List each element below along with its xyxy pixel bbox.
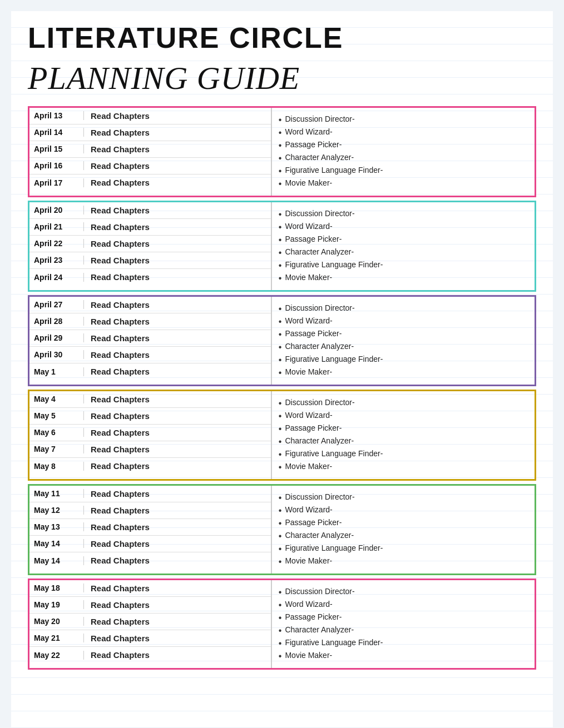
date-row: April 14Read Chapters — [29, 124, 271, 141]
date-row: May 14Read Chapters — [29, 552, 271, 569]
group-inner-6: May 18Read ChaptersMay 19Read ChaptersMa… — [29, 580, 535, 668]
date-row: May 6Read Chapters — [29, 425, 271, 441]
role-item: •Character Analyzer- — [279, 152, 528, 164]
role-label: Discussion Director- — [285, 114, 354, 123]
right-col-5: •Discussion Director-•Word Wizard-•Passa… — [272, 486, 535, 574]
role-item: •Passage Picker- — [279, 422, 528, 435]
role-item: •Figurative Language Finder- — [279, 637, 528, 650]
role-label: Passage Picker- — [285, 612, 342, 621]
role-item: •Movie Maker- — [279, 650, 528, 662]
group-inner-2: April 20Read ChaptersApril 21Read Chapte… — [29, 202, 535, 290]
role-label: Discussion Director- — [285, 209, 354, 218]
bullet-icon: • — [279, 166, 282, 176]
role-label: Word Wizard- — [285, 505, 332, 514]
bullet-icon: • — [279, 128, 282, 138]
date-row: April 22Read Chapters — [29, 236, 271, 252]
left-col-1: April 13Read ChaptersApril 14Read Chapte… — [29, 108, 272, 196]
role-item: •Passage Picker- — [279, 328, 528, 341]
role-item: •Word Wizard- — [279, 504, 528, 517]
task-cell: Read Chapters — [84, 178, 150, 187]
date-row: April 29Read Chapters — [29, 330, 271, 347]
bullet-icon: • — [279, 153, 282, 163]
role-item: •Figurative Language Finder- — [279, 448, 528, 461]
date-row: May 5Read Chapters — [29, 408, 271, 425]
role-label: Movie Maker- — [285, 178, 332, 187]
role-item: •Character Analyzer- — [279, 246, 528, 259]
bullet-icon: • — [279, 235, 282, 245]
bullet-icon: • — [279, 398, 282, 408]
bullet-icon: • — [279, 518, 282, 528]
role-label: Movie Maker- — [285, 273, 332, 282]
title-script: Planning Guide — [28, 61, 300, 96]
bullet-icon: • — [279, 368, 282, 378]
role-label: Figurative Language Finder- — [285, 260, 383, 269]
date-row: April 17Read Chapters — [29, 174, 271, 191]
role-label: Figurative Language Finder- — [285, 449, 383, 458]
role-item: •Figurative Language Finder- — [279, 164, 528, 177]
task-cell: Read Chapters — [84, 445, 150, 454]
date-row: April 23Read Chapters — [29, 252, 271, 269]
date-cell: May 7 — [34, 445, 84, 453]
role-label: Discussion Director- — [285, 492, 354, 501]
task-cell: Read Chapters — [84, 333, 150, 343]
role-item: •Figurative Language Finder- — [279, 542, 528, 555]
date-cell: May 20 — [34, 617, 84, 626]
role-label: Passage Picker- — [285, 329, 342, 338]
date-cell: May 11 — [34, 489, 84, 498]
bullet-icon: • — [279, 613, 282, 623]
role-item: •Word Wizard- — [279, 599, 528, 611]
bullet-icon: • — [279, 651, 282, 661]
role-item: •Discussion Director- — [279, 113, 528, 126]
date-cell: April 22 — [34, 239, 84, 248]
bullet-icon: • — [279, 222, 282, 232]
role-label: Character Analyzer- — [285, 153, 354, 162]
task-cell: Read Chapters — [84, 461, 150, 471]
role-label: Figurative Language Finder- — [285, 543, 383, 552]
task-cell: Read Chapters — [84, 256, 150, 265]
bullet-icon: • — [279, 639, 282, 649]
date-row: April 13Read Chapters — [29, 108, 271, 124]
roles-list: •Discussion Director-•Word Wizard-•Passa… — [279, 489, 528, 570]
task-cell: Read Chapters — [84, 206, 150, 215]
task-cell: Read Chapters — [84, 395, 150, 404]
date-row: May 4Read Chapters — [29, 391, 271, 408]
role-label: Character Analyzer- — [285, 342, 354, 351]
role-item: •Discussion Director- — [279, 491, 528, 504]
bullet-icon: • — [279, 179, 282, 189]
bullet-icon: • — [279, 317, 282, 327]
role-label: Passage Picker- — [285, 423, 342, 432]
role-label: Discussion Director- — [285, 398, 354, 407]
date-row: May 14Read Chapters — [29, 536, 271, 552]
date-row: April 21Read Chapters — [29, 219, 271, 236]
date-row: May 22Read Chapters — [29, 647, 271, 664]
bullet-icon: • — [279, 261, 282, 271]
role-label: Character Analyzer- — [285, 247, 354, 256]
role-item: •Word Wizard- — [279, 410, 528, 422]
role-item: •Character Analyzer- — [279, 435, 528, 448]
date-cell: May 4 — [34, 395, 84, 403]
bullet-icon: • — [279, 411, 282, 421]
role-item: •Passage Picker- — [279, 517, 528, 530]
task-cell: Read Chapters — [84, 522, 150, 532]
role-item: •Figurative Language Finder- — [279, 353, 528, 366]
role-label: Word Wizard- — [285, 127, 332, 136]
right-col-3: •Discussion Director-•Word Wizard-•Passa… — [272, 297, 535, 385]
bullet-icon: • — [279, 210, 282, 220]
task-cell: Read Chapters — [84, 428, 150, 437]
bullet-icon: • — [279, 342, 282, 352]
role-label: Word Wizard- — [285, 316, 332, 325]
bullet-icon: • — [279, 273, 282, 283]
role-item: •Figurative Language Finder- — [279, 259, 528, 272]
group-inner-1: April 13Read ChaptersApril 14Read Chapte… — [29, 108, 535, 196]
bullet-icon: • — [279, 557, 282, 567]
date-row: April 24Read Chapters — [29, 269, 271, 286]
bullet-icon: • — [279, 450, 282, 460]
task-cell: Read Chapters — [84, 272, 150, 282]
date-row: April 15Read Chapters — [29, 141, 271, 158]
role-item: •Discussion Director- — [279, 397, 528, 410]
role-label: Word Wizard- — [285, 600, 332, 609]
date-cell: April 15 — [34, 144, 84, 153]
group-1: April 13Read ChaptersApril 14Read Chapte… — [28, 106, 536, 197]
bullet-icon: • — [279, 493, 282, 503]
task-cell: Read Chapters — [84, 650, 150, 660]
